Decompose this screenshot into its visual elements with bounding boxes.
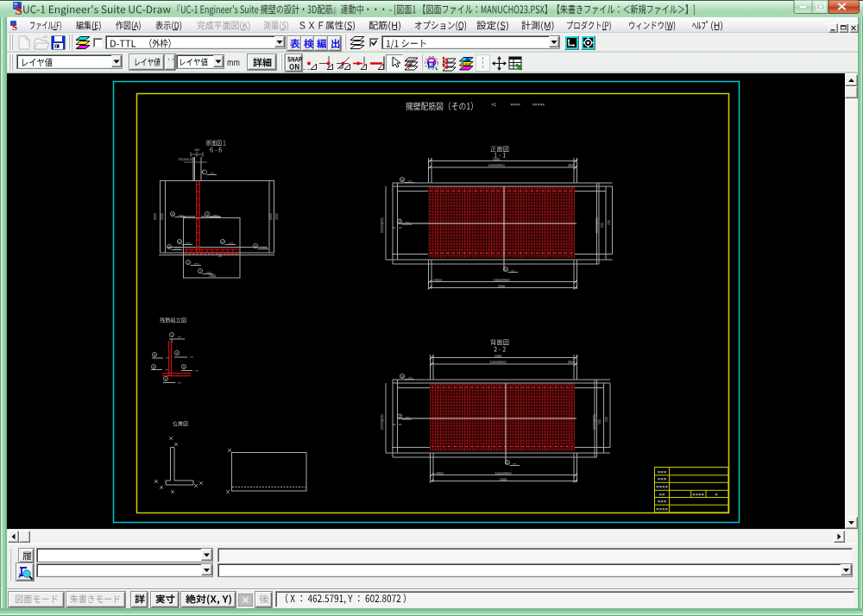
svg-text:12: 12 xyxy=(398,415,401,418)
svg-text:1: 1 xyxy=(171,334,173,337)
svg-text:××: ×× xyxy=(190,355,193,359)
svg-text:100: 100 xyxy=(194,148,199,152)
svg-text:700: 700 xyxy=(605,417,608,422)
svg-text:5000: 5000 xyxy=(500,478,507,481)
svg-text:×××: ××× xyxy=(212,214,217,217)
svg-text:10000(800): 10000(800) xyxy=(488,164,505,167)
svg-text:7: 7 xyxy=(206,213,208,217)
svg-text:××: ×× xyxy=(406,416,409,419)
svg-text:×××: ××× xyxy=(228,242,233,245)
svg-text:30: 30 xyxy=(218,255,222,258)
svg-text:11: 11 xyxy=(506,462,509,465)
svg-text:1000: 1000 xyxy=(154,213,157,220)
svg-text:×××: ××× xyxy=(658,469,667,475)
svg-text:×××: ××× xyxy=(261,246,266,249)
svg-text:10000(800): 10000(800) xyxy=(595,217,599,233)
svg-text:3000: 3000 xyxy=(275,213,279,220)
svg-text:×××: ××× xyxy=(185,242,190,245)
svg-text:10000(800): 10000(800) xyxy=(494,472,512,475)
svg-text:2: 2 xyxy=(199,270,201,273)
svg-text:×××: ××× xyxy=(174,247,180,250)
svg-text:8: 8 xyxy=(393,227,396,229)
svg-text:5000: 5000 xyxy=(498,285,505,288)
svg-text:×××: ××× xyxy=(658,499,667,504)
svg-text:××××: ×××× xyxy=(692,492,705,497)
svg-text:××××: ×××× xyxy=(656,506,669,512)
svg-text:××: ×× xyxy=(211,172,214,175)
svg-text:5: 5 xyxy=(187,261,189,265)
svg-text:×××: ××× xyxy=(178,214,183,217)
svg-text:9: 9 xyxy=(176,352,178,355)
svg-text:××: ×× xyxy=(178,336,181,339)
svg-text:8: 8 xyxy=(399,424,402,425)
svg-text:1000: 1000 xyxy=(269,213,273,220)
svg-text:××(800): ××(800) xyxy=(432,279,442,282)
svg-text:××: ×× xyxy=(408,179,412,183)
svg-text:500: 500 xyxy=(601,223,604,228)
svg-text:××××: ×××× xyxy=(510,102,520,107)
svg-text:9: 9 xyxy=(255,245,256,248)
svg-text:×1: ×1 xyxy=(491,102,496,107)
svg-text:16: 16 xyxy=(400,375,404,379)
svg-text:9: 9 xyxy=(165,378,167,381)
svg-text:9: 9 xyxy=(183,366,185,369)
svg-text:10000(800): 10000(800) xyxy=(381,414,384,430)
svg-text:××: ×× xyxy=(195,369,198,373)
svg-text:10000(800): 10000(800) xyxy=(381,217,384,233)
svg-text:××: ×× xyxy=(165,368,168,372)
svg-text:×××: ××× xyxy=(205,271,211,274)
svg-text:11: 11 xyxy=(504,268,507,272)
svg-text:××: ×× xyxy=(178,381,181,385)
svg-text:3000: 3000 xyxy=(161,213,164,220)
svg-text:700: 700 xyxy=(608,220,611,225)
svg-text:700,000,100: 700,000,100 xyxy=(178,158,195,161)
svg-text:×××: ××× xyxy=(658,476,667,481)
svg-text:12: 12 xyxy=(398,220,401,223)
svg-text:8: 8 xyxy=(399,227,402,229)
svg-text:×××××: ××××× xyxy=(532,102,545,107)
svg-text:9: 9 xyxy=(153,366,154,369)
svg-text:××: ×× xyxy=(658,492,665,497)
svg-text:8: 8 xyxy=(202,171,204,174)
svg-text:××: ×× xyxy=(511,269,514,273)
svg-text:××(800): ××(800) xyxy=(433,472,444,475)
svg-text:×××: ××× xyxy=(462,61,471,66)
svg-text:(800): (800) xyxy=(568,164,575,167)
svg-text:10000(800): 10000(800) xyxy=(489,361,507,364)
svg-text:10000(800): 10000(800) xyxy=(593,414,596,430)
svg-text:××: ×× xyxy=(513,462,516,466)
svg-text:16: 16 xyxy=(400,179,404,182)
svg-text:500: 500 xyxy=(598,419,602,424)
svg-text:10000(800): 10000(800) xyxy=(493,279,510,282)
svg-text:4: 4 xyxy=(168,246,170,249)
svg-text:××: ×× xyxy=(166,356,169,360)
svg-text:××: ×× xyxy=(406,221,409,224)
svg-text:12: 12 xyxy=(178,241,181,244)
svg-text:17: 17 xyxy=(221,241,224,244)
svg-text:××: ×× xyxy=(408,376,412,380)
svg-text:×: × xyxy=(715,492,718,497)
svg-text:S: S xyxy=(16,3,22,17)
svg-text:9: 9 xyxy=(154,354,155,357)
svg-text:7000: 7000 xyxy=(209,274,216,278)
svg-text:8: 8 xyxy=(393,424,396,425)
svg-text:15: 15 xyxy=(171,213,174,217)
svg-text:S: S xyxy=(12,22,17,32)
svg-text:×××: ××× xyxy=(193,262,198,266)
svg-text:(800): (800) xyxy=(568,361,575,364)
svg-text:××××: ×××× xyxy=(656,484,669,489)
